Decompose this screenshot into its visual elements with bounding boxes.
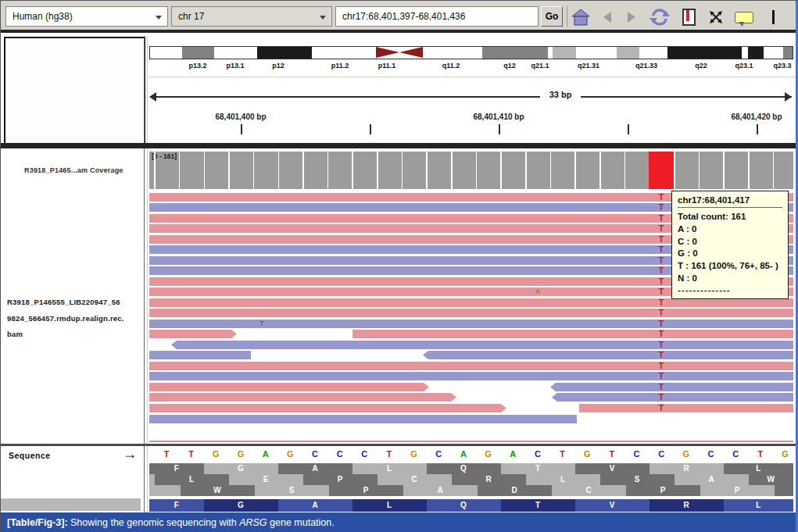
cytoband <box>257 47 312 59</box>
codon-letter: P <box>303 474 378 485</box>
tooltip-line: A : 0 <box>678 223 782 236</box>
cytoband-label: q12 <box>503 62 516 70</box>
sequence-base: T <box>555 449 571 459</box>
codon-box: Q <box>427 499 501 512</box>
genome-select[interactable]: Human (hg38) <box>5 6 168 27</box>
read-segment[interactable] <box>149 351 251 359</box>
coverage-separator <box>699 152 700 189</box>
cytoband-label: q23.1 <box>735 62 753 70</box>
codon-letter: F <box>149 463 204 474</box>
codon-box <box>149 485 181 496</box>
tooltip-bubble-icon[interactable] <box>733 7 755 27</box>
read-segment[interactable] <box>579 404 793 412</box>
fit-to-window-icon[interactable] <box>705 7 727 27</box>
track-boundary-line <box>149 441 793 442</box>
mutation-base-t: T <box>653 266 670 275</box>
coverage-track-name[interactable]: R3918_P1465...am Coverage <box>24 166 123 174</box>
locus-input[interactable] <box>335 6 539 27</box>
sequence-base: G <box>778 449 793 459</box>
codon-letter: C <box>378 474 452 485</box>
codon-letter: P <box>700 485 775 496</box>
read-segment[interactable] <box>149 415 577 423</box>
refresh-icon-glyph <box>649 8 670 27</box>
tooltip-dashes: -------------- <box>678 285 782 295</box>
read-segment[interactable] <box>149 298 793 307</box>
read-segment[interactable] <box>552 393 793 402</box>
chromosome-select[interactable]: chr 17 <box>171 6 332 27</box>
read-segment[interactable] <box>149 320 793 328</box>
codon-box: A <box>278 499 352 512</box>
strand-arrow-icon[interactable]: → <box>123 446 137 462</box>
home-icon[interactable] <box>570 7 592 27</box>
codon-letter: V <box>575 499 649 512</box>
caption-gene-name: ARSG <box>239 517 267 528</box>
codon-letter: V <box>575 463 649 474</box>
tooltip-divider <box>678 207 782 208</box>
coverage-separator <box>476 152 478 189</box>
cytoband-label: p12 <box>272 62 284 70</box>
read-segment[interactable] <box>149 330 237 338</box>
alignment-track-name-line: R3918_P146555_LIB220947_56 <box>7 295 146 311</box>
sequence-track-label[interactable]: Sequence <box>9 451 51 460</box>
read-segment[interactable] <box>149 372 793 380</box>
codon-box: L <box>352 499 427 512</box>
coverage-separator <box>179 152 181 189</box>
tooltip-line: N : 0 <box>678 273 782 285</box>
sequence-base: C <box>307 449 323 459</box>
cytoband-label: p11.1 <box>378 62 396 70</box>
tooltip-line: Total count: 161 <box>678 211 782 223</box>
refresh-icon[interactable] <box>649 7 671 27</box>
codon-box: A <box>675 474 749 485</box>
chromosome-ideogram[interactable] <box>149 46 793 59</box>
go-button[interactable]: Go <box>541 6 563 27</box>
read-segment[interactable] <box>149 404 506 412</box>
sequence-base: C <box>431 449 446 459</box>
codon-box: W <box>181 485 255 496</box>
read-segment[interactable] <box>423 351 793 359</box>
codon-letter: L <box>526 474 600 485</box>
cytoband <box>667 47 742 59</box>
mutation-base-t: T <box>653 404 670 412</box>
mutation-base-t: T <box>653 287 670 296</box>
read-segment[interactable] <box>149 309 793 317</box>
mutation-base-t: T <box>653 193 670 202</box>
codon-letter: L <box>352 463 427 474</box>
cursor-tool-icon[interactable] <box>762 7 784 27</box>
forward-arrow-icon[interactable] <box>621 7 642 27</box>
cytoband-label: q11.2 <box>442 62 460 70</box>
forward-arrow-glyph <box>628 12 635 23</box>
read-segment[interactable] <box>149 362 793 370</box>
coverage-separator <box>253 152 255 189</box>
alignment-track-name[interactable]: R3918_P146555_LIB220947_56 9824_566457.r… <box>7 295 146 343</box>
cytoband <box>423 47 482 59</box>
mutation-base-t: T <box>653 393 670 402</box>
read-segment[interactable] <box>149 383 429 391</box>
region-tool-icon[interactable] <box>678 7 700 27</box>
caption-text: Showing the genomic sequencing with <box>68 517 240 528</box>
read-segment[interactable] <box>171 341 793 349</box>
mutation-base-t: T <box>653 309 670 317</box>
codon-box: T <box>501 499 575 512</box>
mutation-base-t: T <box>653 372 670 380</box>
read-segment[interactable] <box>352 330 793 338</box>
cytoband <box>182 47 214 59</box>
codon-box: L <box>155 474 229 485</box>
centromere-right <box>399 47 423 58</box>
back-arrow-icon[interactable] <box>596 7 618 27</box>
ruler-tick <box>628 124 629 134</box>
coverage-mutation-bar[interactable] <box>649 152 674 189</box>
coverage-track[interactable] <box>149 152 793 189</box>
translation-track-label-block <box>1 498 141 511</box>
cytoband <box>576 47 617 59</box>
read-segment[interactable] <box>550 383 793 391</box>
read-segment[interactable] <box>149 393 456 402</box>
codon-letter: F <box>149 499 204 512</box>
sequence-base: C <box>530 449 546 459</box>
coverage-separator <box>154 152 156 189</box>
coverage-separator <box>550 152 552 189</box>
coverage-separator <box>674 152 675 189</box>
coverage-separator <box>599 152 601 189</box>
tooltip-line: T : 161 (100%, 76+, 85- ) <box>678 260 782 273</box>
codon-letter: P <box>329 485 403 496</box>
codon-box: R <box>452 474 526 485</box>
